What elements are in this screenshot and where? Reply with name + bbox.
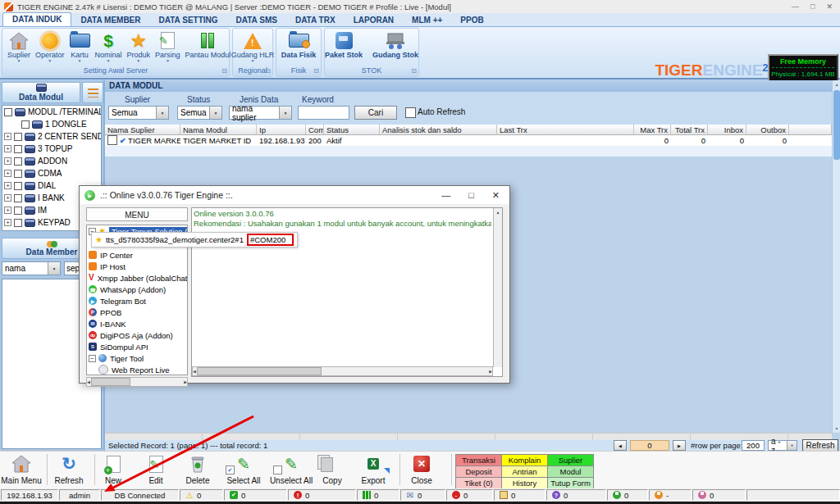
keyword-input[interactable] — [298, 106, 349, 120]
chevron-down-icon[interactable]: ▼ — [48, 262, 60, 275]
tab-data-sms[interactable]: DATA SMS — [227, 14, 286, 26]
checkbox[interactable] — [14, 157, 22, 166]
scroll-right-icon[interactable]: ▶ — [489, 369, 492, 374]
expand-icon[interactable]: + — [4, 194, 11, 202]
column-header[interactable]: Inbox — [708, 125, 746, 135]
checkbox[interactable] — [14, 170, 22, 178]
checkbox[interactable] — [14, 207, 22, 215]
member-filter-dropdown[interactable]: nama ▼ — [2, 261, 61, 275]
ribbon-button-produk[interactable]: ★ Produk ▼ — [125, 30, 153, 63]
rows-per-page-input[interactable] — [742, 440, 765, 451]
cari-button[interactable]: Cari — [354, 106, 397, 120]
ribbon-button-operator[interactable]: Operator ▼ — [33, 30, 67, 63]
tree-item-cdma[interactable]: + CDMA — [2, 167, 101, 179]
dialog-tree-item-telegram[interactable]: ▶ Telegram Bot — [87, 295, 187, 306]
checkbox[interactable] — [14, 194, 22, 202]
dialog-maximize-icon[interactable]: □ — [468, 190, 474, 201]
column-header[interactable]: Ip — [257, 125, 306, 135]
dialog-titlebar[interactable]: ▶ .:: Online v3.0.0.76 Tiger Engine ::. … — [80, 186, 509, 204]
jenis-data-filter-dropdown[interactable]: nama suplier ▼ — [229, 106, 292, 120]
ribbon-button-pantau-modul[interactable]: Pantau Modul — [183, 30, 234, 59]
dialog-close-icon[interactable]: ✕ — [492, 190, 500, 201]
expand-icon[interactable]: + — [4, 170, 11, 177]
scroll-down-icon[interactable]: ▼ — [833, 425, 840, 433]
column-header[interactable]: Last Trx — [497, 125, 634, 135]
dialog-minimize-icon[interactable]: — — [441, 190, 450, 201]
tree-item-center-send[interactable]: + 2 CENTER SEND — [2, 130, 101, 143]
checkbox[interactable] — [14, 219, 22, 227]
chevron-down-icon[interactable]: ▼ — [156, 107, 168, 119]
checkbox[interactable] — [14, 133, 22, 141]
grid-cell-antrian[interactable]: Antrian — [502, 466, 548, 478]
dialog-tree-hscrollbar[interactable]: ◀ ▶ — [86, 377, 188, 387]
grid-cell-komplain[interactable]: Komplain — [502, 455, 548, 466]
dialog-tree-item-tiger-tool[interactable]: − Tiger Tool — [87, 352, 187, 364]
row-checkbox[interactable] — [107, 135, 117, 145]
tree-item-modul-terminal[interactable]: MODUL /TERMINAL — [2, 106, 101, 118]
checkbox[interactable] — [21, 120, 30, 129]
dialog-launcher-icon[interactable]: ⊡ — [313, 66, 319, 76]
ribbon-button-data-fisik[interactable]: Data Fisik — [279, 30, 319, 59]
ribbon-button-nominal[interactable]: $ Nominal ▼ — [93, 30, 125, 63]
tree-item-topup[interactable]: + 3 TOPUP — [2, 143, 101, 155]
chevron-down-icon[interactable]: ▼ — [209, 107, 221, 119]
collapse-icon[interactable]: − — [89, 355, 96, 362]
ribbon-button-kartu[interactable]: Kartu ▼ — [67, 30, 93, 63]
column-header[interactable]: Status — [324, 125, 380, 135]
checkbox[interactable] — [14, 145, 22, 153]
close-button[interactable]: ✕ Close — [395, 453, 448, 485]
dialog-launcher-icon[interactable]: ⊡ — [221, 66, 227, 76]
dialog-tree-item-ip-center[interactable]: IP Center — [87, 249, 187, 261]
suplier-filter-dropdown[interactable]: Semua ▼ — [108, 106, 169, 120]
scroll-up-icon[interactable]: ▲ — [833, 80, 840, 89]
auto-refresh-checkbox[interactable] — [405, 107, 416, 118]
tab-mlm[interactable]: MLM ++ — [403, 14, 451, 26]
dialog-tree-item-ibank[interactable]: IB I-BANK — [87, 318, 187, 329]
close-icon[interactable]: ✕ — [826, 2, 833, 11]
ribbon-button-gudang-stok[interactable]: Gudang Stok — [370, 30, 421, 59]
tab-data-induk[interactable]: DATA INDUK — [2, 12, 71, 26]
scroll-left-icon[interactable]: ◀ — [87, 379, 90, 384]
tab-data-setting[interactable]: DATA SETTING — [150, 14, 227, 26]
dialog-launcher-icon[interactable]: ⊡ — [265, 66, 271, 76]
dialog-launcher-icon[interactable]: ⊡ — [411, 66, 417, 76]
dialog-content-hscrollbar[interactable]: ◀ ▶ — [192, 366, 493, 376]
column-header[interactable]: Com — [306, 125, 324, 135]
sidebar-button-data-modul[interactable]: Data Modul — [2, 82, 80, 103]
table-vertical-scrollbar[interactable]: ▲ ▼ — [832, 80, 840, 433]
grid-cell-history[interactable]: History — [502, 478, 548, 489]
checkbox[interactable] — [14, 182, 22, 190]
ribbon-button-paket-stok[interactable]: Paket Stok — [322, 30, 365, 59]
main-menu-button[interactable]: Main Menu — [0, 453, 48, 485]
tab-laporan[interactable]: LAPORAN — [345, 14, 403, 26]
page-next-icon[interactable]: ▶ — [673, 440, 686, 451]
grid-cell-transaksi[interactable]: Transaksi — [456, 455, 502, 466]
tab-data-member[interactable]: DATA MEMBER — [71, 14, 149, 26]
chevron-down-icon[interactable]: ▼ — [279, 107, 291, 119]
expand-icon[interactable]: + — [4, 145, 11, 152]
dialog-tree-item-sidompul[interactable]: S SiDompul API — [87, 341, 187, 352]
sort-dropdown[interactable]: a - z ▼ — [768, 440, 797, 451]
maximize-icon[interactable]: □ — [810, 2, 815, 11]
scroll-up-icon[interactable]: ▲ — [494, 208, 502, 215]
chevron-down-icon[interactable]: ▼ — [787, 441, 797, 450]
column-header[interactable]: Outbox — [746, 125, 789, 135]
minimize-icon[interactable]: — — [792, 2, 799, 11]
checkbox[interactable] — [4, 108, 12, 116]
tree-item-addon[interactable]: + ADDON — [2, 155, 101, 167]
page-prev-icon[interactable]: ◀ — [614, 440, 627, 451]
scrollbar-thumb[interactable] — [833, 90, 840, 160]
expand-icon[interactable]: + — [4, 157, 11, 165]
expand-icon[interactable]: + — [4, 182, 11, 189]
column-header[interactable]: Analisis stok dan saldo — [380, 125, 497, 135]
dialog-tree-item-tts-module[interactable]: ★ tts_d5780335f9a2_demotiger.center2#1 #… — [91, 232, 298, 247]
dialog-content-vscrollbar[interactable]: ▲ — [493, 208, 502, 367]
scroll-left-icon[interactable]: ◀ — [193, 369, 196, 374]
delete-button[interactable]: Delete — [171, 453, 224, 485]
tree-item-dongle[interactable]: 1 DONGLE — [2, 118, 101, 130]
tab-ppob[interactable]: PPOB — [451, 14, 492, 26]
select-all-button[interactable]: ✎ ✔ Select All — [217, 453, 270, 485]
sidebar-button-module-list[interactable] — [82, 82, 103, 103]
grid-cell-tutup-form[interactable]: Tutup Form — [548, 478, 594, 489]
dialog-menu-button[interactable]: MENU — [86, 207, 188, 221]
